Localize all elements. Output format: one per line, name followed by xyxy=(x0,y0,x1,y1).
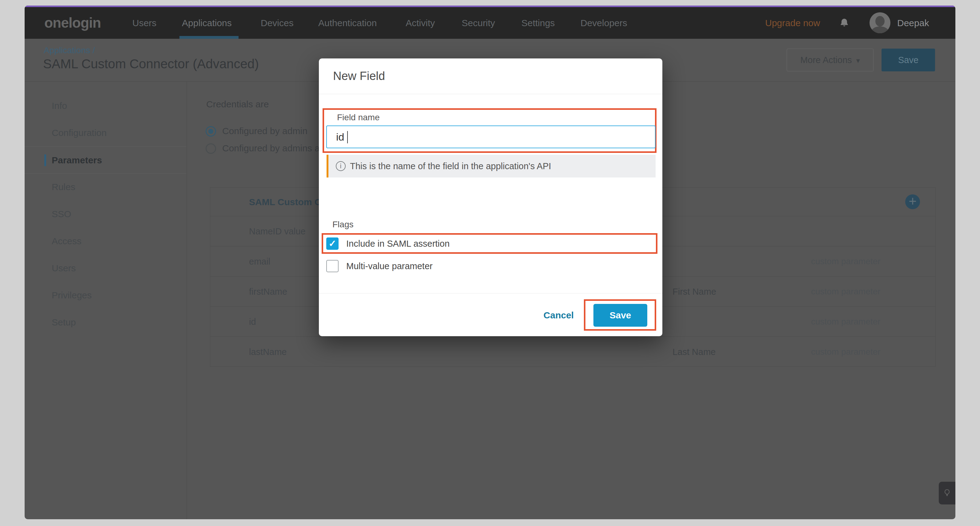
app-window: onelogin Users Applications Devices Auth… xyxy=(25,6,955,519)
sidebar-item-access[interactable]: Access xyxy=(25,227,186,255)
radio-dot xyxy=(208,129,213,134)
nav-activity[interactable]: Activity xyxy=(406,7,435,39)
param-name: lastName xyxy=(249,337,287,367)
param-tag: custom parameter xyxy=(811,246,881,277)
notifications-bell-icon[interactable] xyxy=(839,17,850,29)
chevron-down-icon: ▾ xyxy=(856,56,860,65)
sidebar-item-configuration[interactable]: Configuration xyxy=(25,119,186,146)
field-help-text: This is the name of the field in the app… xyxy=(350,155,551,178)
new-field-modal: New Field Field name i This is the name … xyxy=(319,59,662,336)
param-value: First Name xyxy=(673,277,716,307)
check-icon: ✓ xyxy=(328,238,336,248)
avatar-silhouette-body xyxy=(871,27,889,33)
cancel-button[interactable]: Cancel xyxy=(539,304,579,327)
sidebar-item-parameters[interactable]: Parameters xyxy=(25,146,186,173)
sidebar-item-sso[interactable]: SSO xyxy=(25,200,186,227)
header-save-button[interactable]: Save xyxy=(881,49,935,72)
upgrade-now-link[interactable]: Upgrade now xyxy=(765,7,820,39)
info-icon: i xyxy=(336,161,346,171)
param-name: email xyxy=(249,246,270,277)
checkbox-include-in-saml-assertion[interactable]: ✓ xyxy=(326,237,339,250)
checkbox-label-multi-value: Multi-value parameter xyxy=(346,260,433,272)
nav-settings[interactable]: Settings xyxy=(522,7,555,39)
text-cursor xyxy=(347,131,348,143)
radio-unselected-icon[interactable] xyxy=(205,143,216,154)
param-value: Last Name xyxy=(673,337,716,367)
nav-users[interactable]: Users xyxy=(132,7,156,39)
top-navbar: onelogin Users Applications Devices Auth… xyxy=(25,7,955,39)
onelogin-logo: onelogin xyxy=(45,7,101,39)
param-tag: custom parameter xyxy=(811,307,881,337)
nav-devices[interactable]: Devices xyxy=(261,7,294,39)
annotation-box-save xyxy=(584,299,656,331)
sidebar: Info Configuration Parameters Rules SSO … xyxy=(25,81,187,519)
avatar-silhouette-head xyxy=(875,16,885,27)
field-help-note: i This is the name of the field in the a… xyxy=(326,155,655,178)
checkbox-multi-value-parameter[interactable] xyxy=(326,260,339,272)
page-title: SAML Custom Connector (Advanced) xyxy=(43,57,259,72)
radio-label: Configured by admin xyxy=(222,126,307,136)
flags-label: Flags xyxy=(332,219,353,229)
nav-applications[interactable]: Applications xyxy=(182,7,232,39)
sidebar-item-privileges[interactable]: Privileges xyxy=(25,282,186,309)
nav-developers[interactable]: Developers xyxy=(581,7,627,39)
active-item-bar xyxy=(45,154,46,166)
more-actions-button[interactable]: More Actions▾ xyxy=(787,49,873,72)
checkbox-label-saml-assertion: Include in SAML assertion xyxy=(346,237,450,250)
lightbulb-icon xyxy=(942,488,952,498)
nav-security[interactable]: Security xyxy=(462,7,495,39)
sidebar-item-info[interactable]: Info xyxy=(25,92,186,119)
add-parameter-button[interactable]: + xyxy=(905,194,920,209)
credentials-label: Credentials are xyxy=(206,99,269,110)
field-name-label: Field name xyxy=(337,113,380,122)
sidebar-item-users[interactable]: Users xyxy=(25,255,186,282)
param-tag: custom parameter xyxy=(811,337,881,367)
table-row[interactable]: lastName Last Name custom parameter xyxy=(210,337,935,367)
user-avatar[interactable] xyxy=(870,12,891,33)
username-label[interactable]: Deepak xyxy=(897,7,929,39)
param-name: id xyxy=(249,307,256,337)
feedback-button[interactable] xyxy=(939,482,955,504)
modal-footer-divider xyxy=(319,293,662,294)
sidebar-item-setup[interactable]: Setup xyxy=(25,309,186,336)
sidebar-item-label: Parameters xyxy=(52,155,102,165)
radio-label: Configured by admins a xyxy=(222,143,320,154)
active-tab-underline xyxy=(180,36,239,39)
param-name: NameID value xyxy=(249,216,305,246)
modal-title: New Field xyxy=(333,70,385,83)
radio-selected-icon[interactable] xyxy=(205,126,216,137)
param-name: firstName xyxy=(249,277,287,307)
nav-authentication[interactable]: Authentication xyxy=(318,7,377,39)
field-name-input[interactable] xyxy=(326,126,655,148)
breadcrumb[interactable]: Applications / xyxy=(44,46,95,56)
sidebar-item-rules[interactable]: Rules xyxy=(25,173,186,200)
more-actions-label: More Actions xyxy=(800,55,852,65)
param-tag: custom parameter xyxy=(811,277,881,307)
